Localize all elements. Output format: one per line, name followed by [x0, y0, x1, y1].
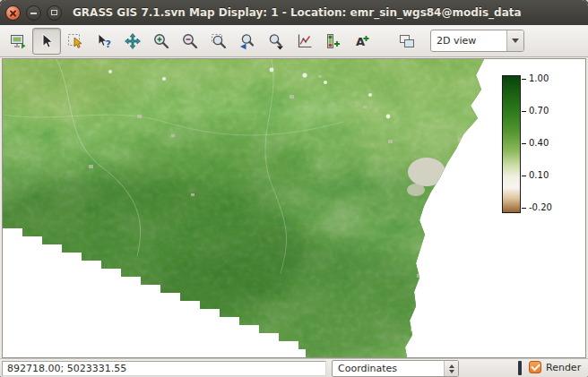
- query-icon: ?: [95, 32, 113, 50]
- render-toggle[interactable]: Render: [529, 361, 581, 373]
- view-mode-arrow-button[interactable]: [506, 30, 523, 51]
- window-title: GRASS GIS 7.1.svn Map Display: 1 - Locat…: [73, 6, 522, 19]
- legend-label: 0.70: [529, 107, 549, 116]
- pan-button[interactable]: [118, 28, 147, 55]
- titlebar[interactable]: GRASS GIS 7.1.svn Map Display: 1 - Locat…: [0, 0, 588, 26]
- render-checkbox[interactable]: [529, 361, 541, 373]
- chevron-down-icon: [512, 39, 519, 43]
- check-icon: [531, 362, 540, 372]
- legend-label: 1.00: [529, 74, 549, 83]
- save-display-button[interactable]: [393, 28, 421, 55]
- select-button[interactable]: [61, 28, 90, 55]
- maximize-button[interactable]: [47, 5, 62, 21]
- legend-tick: [522, 143, 526, 144]
- legend-label: 0.10: [529, 171, 549, 180]
- zoom-region-button[interactable]: [204, 28, 233, 55]
- add-legend-button[interactable]: [319, 28, 348, 55]
- pan-icon: [124, 32, 142, 50]
- statusbar: 892718.00; 5023331.55 Coordinates Render: [0, 358, 588, 377]
- map-toolbar: ?: [0, 25, 588, 57]
- legend-tick: [522, 79, 526, 80]
- chevron-down-icon: [449, 370, 454, 373]
- query-button[interactable]: ?: [90, 28, 118, 55]
- view-mode-dropdown[interactable]: 2D view: [430, 30, 524, 52]
- legend-label: -0.20: [529, 203, 552, 212]
- render-display-button[interactable]: [4, 28, 32, 55]
- render-display-icon: [9, 32, 27, 50]
- zoom-out-button[interactable]: [176, 28, 204, 55]
- legend-tick: [522, 111, 526, 112]
- coordinate-display: 892718.00; 5023331.55: [2, 361, 326, 376]
- save-display-icon: [398, 32, 416, 50]
- map-display-canvas[interactable]: 1.00 0.70 0.40 0.10 -0.20: [2, 58, 586, 358]
- zoom-to-region-icon: [210, 32, 228, 50]
- svg-text:A: A: [356, 35, 365, 48]
- legend-label: 0.40: [529, 139, 549, 148]
- zoom-in-button[interactable]: [147, 28, 176, 55]
- statusbar-mode-value: Coordinates: [333, 363, 444, 374]
- zoom-menu-button[interactable]: [262, 28, 290, 55]
- render-label: Render: [546, 362, 581, 373]
- statusbar-divider: [518, 361, 522, 375]
- add-text-icon: A: [353, 32, 371, 50]
- statusbar-mode-spinner[interactable]: [444, 361, 458, 376]
- statusbar-mode-select[interactable]: Coordinates: [332, 360, 459, 377]
- view-mode-value: 2D view: [431, 35, 506, 47]
- legend-tick: [522, 208, 526, 209]
- pointer-button[interactable]: [32, 28, 61, 55]
- legend-tick: [522, 176, 526, 176]
- add-text-button[interactable]: A: [348, 28, 376, 55]
- zoom-out-icon: [181, 32, 199, 50]
- svg-text:?: ?: [106, 39, 111, 50]
- zoom-back-button[interactable]: [233, 28, 262, 55]
- raster-legend: 1.00 0.70 0.40 0.10 -0.20: [502, 75, 572, 218]
- select-features-icon: [66, 32, 84, 50]
- chevron-up-icon: [449, 364, 454, 368]
- zoom-in-icon: [152, 32, 170, 50]
- ndvi-raster-map: [3, 59, 585, 357]
- zoom-back-icon: [238, 32, 256, 50]
- analyze-button[interactable]: [290, 28, 319, 55]
- grass-map-display-window: GRASS GIS 7.1.svn Map Display: 1 - Locat…: [0, 0, 588, 377]
- legend-color-ramp: [502, 75, 521, 213]
- close-button[interactable]: [5, 5, 21, 21]
- analyze-chart-icon: [296, 32, 314, 50]
- zoom-options-icon: [267, 32, 285, 50]
- pointer-icon: [38, 32, 56, 50]
- add-legend-icon: [324, 32, 342, 50]
- minimize-button[interactable]: [26, 5, 41, 21]
